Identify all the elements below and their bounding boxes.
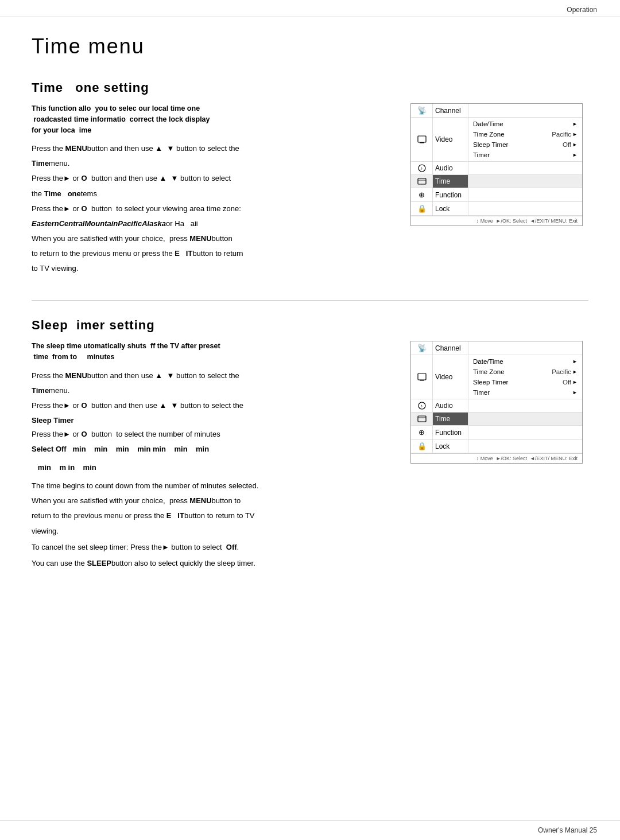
sleep-timer-title: Sleep imer setting: [32, 318, 588, 333]
audio-icon-2: ♪: [411, 399, 433, 412]
section-divider: [32, 300, 588, 301]
menu-display-2: 📡 Channel Video Date/Time: [410, 341, 583, 464]
channel-icon-1: 📡: [411, 104, 433, 117]
menu-row-lock-2: 🔒 Lock: [411, 440, 582, 453]
svg-rect-0: [418, 136, 426, 142]
audio-label-1: Audio: [433, 162, 468, 174]
sleep-timer-layout: The sleep time utomatically shuts ff the…: [32, 341, 588, 572]
lock-content-1: [468, 202, 582, 215]
audio-content-2: [468, 399, 582, 412]
menu-item-timezone-1: Time Zone Pacific ►: [471, 129, 580, 139]
menu-row-channel-2: 📡 Channel: [411, 341, 582, 355]
time-content-2: [468, 413, 582, 425]
tz-p3: Press the► or O button and then use ▲ ▼ …: [32, 172, 393, 185]
audio-label-2: Audio: [433, 399, 468, 412]
sleep-timer-intro: The sleep time utomatically shuts ff the…: [32, 341, 393, 363]
channel-label-2: Channel: [433, 341, 468, 355]
menu-item-sleep-2: Sleep Timer Off ►: [471, 377, 580, 387]
time-label-1: Time: [433, 175, 468, 188]
menu-row-lock-1: 🔒 Lock: [411, 202, 582, 216]
lock-icon-2: 🔒: [411, 440, 433, 453]
tz-p8: to TV viewing.: [32, 262, 393, 275]
st-p5: The time begins to count down from the n…: [32, 480, 393, 492]
menu-row-function-2: ⊕ Function: [411, 426, 582, 440]
menu-box-2: 📡 Channel Video Date/Time: [410, 341, 588, 464]
sleep-timer-section: Sleep imer setting The sleep time utomat…: [32, 318, 588, 572]
page-title: Time menu: [32, 34, 588, 63]
lock-label-1: Lock: [433, 202, 468, 215]
st-minutes: Select Off min min min min min min min: [32, 443, 393, 456]
st-p7: return to the previous menu or press the…: [32, 510, 393, 522]
tz-p2: Timemenu.: [32, 157, 393, 170]
menu-row-video-2: Video Date/Time ► Time Zone Pacific ►: [411, 355, 582, 399]
channel-label-1: Channel: [433, 104, 468, 117]
menu-row-time-2: Time: [411, 413, 582, 426]
lock-label-2: Lock: [433, 440, 468, 453]
svg-rect-10: [418, 416, 426, 422]
svg-text:♪: ♪: [420, 403, 423, 409]
st-p4: Press the► or O button to select the num…: [32, 428, 393, 441]
video-label-2: Video: [433, 355, 468, 399]
menu-row-audio-1: ♪ Audio: [411, 162, 582, 175]
st-p2: Timemenu.: [32, 384, 393, 397]
time-icon-2: [411, 413, 433, 425]
time-zone-title: Time one setting: [32, 80, 588, 95]
menu-row-time-1: Time: [411, 175, 582, 188]
channel-icon-2: 📡: [411, 341, 433, 355]
function-label-1: Function: [433, 188, 468, 201]
menu-footer-1: ↕ Move ►/OK: Select ◄/EXIT/ MENU: Exit: [411, 216, 582, 225]
time-zone-intro: This function allo you to selec our loca…: [32, 103, 393, 135]
st-p9: To cancel the set sleep timer: Press the…: [32, 541, 393, 554]
tz-p7: to return to the previous menu or press …: [32, 247, 393, 260]
menu-item-timer-1: Timer ►: [471, 150, 580, 160]
video-content-2: Date/Time ► Time Zone Pacific ► Sleep Ti…: [468, 355, 582, 399]
menu-footer-2: ↕ Move ►/OK: Select ◄/EXIT/ MENU: Exit: [411, 453, 582, 463]
tz-p5: Press the► or O button to select your vi…: [32, 203, 393, 215]
menu-item-timer-2: Timer ►: [471, 387, 580, 398]
video-icon-2: [411, 355, 433, 399]
tz-zones: EasternCentralMountainPacificAlaskaor Ha…: [32, 217, 393, 230]
menu-row-function-1: ⊕ Function: [411, 188, 582, 202]
video-content-1: Date/Time ► Time Zone Pacific ► Sleep Ti…: [468, 118, 582, 161]
time-content-1: [468, 175, 582, 188]
lock-content-2: [468, 440, 582, 453]
video-icon-1: [411, 118, 433, 161]
st-p3: Press the► or O button and then use ▲ ▼ …: [32, 399, 393, 412]
svg-rect-1: [420, 142, 424, 143]
svg-rect-4: [418, 178, 426, 184]
svg-rect-7: [420, 380, 424, 381]
time-label-2: Time: [433, 413, 468, 425]
svg-text:♪: ♪: [420, 166, 423, 171]
lock-icon-1: 🔒: [411, 202, 433, 215]
menu-row-audio-2: ♪ Audio: [411, 399, 582, 413]
menu-box-1: 📡 Channel Video Date/Time: [410, 103, 588, 226]
sleep-timer-text: The sleep time utomatically shuts ff the…: [32, 341, 393, 572]
tz-p1: Press the MENUbutton and then use ▲ ▼ bu…: [32, 142, 393, 155]
st-label: Sleep Timer: [32, 414, 393, 427]
page-content: Time menu Time one setting This function…: [0, 17, 620, 612]
st-p1: Press the MENUbutton and then use ▲ ▼ bu…: [32, 370, 393, 382]
audio-icon-1: ♪: [411, 162, 433, 174]
menu-row-channel-1: 📡 Channel: [411, 104, 582, 118]
function-label-2: Function: [433, 426, 468, 439]
header-bar: Operation: [0, 0, 620, 17]
function-icon-1: ⊕: [411, 188, 433, 201]
st-p6: When you are satisfied with your choice,…: [32, 495, 393, 507]
tz-p4: the Time onetems: [32, 188, 393, 200]
tz-p6: When you are satisfied with your choice,…: [32, 232, 393, 245]
menu-item-timezone-2: Time Zone Pacific ►: [471, 367, 580, 377]
menu-item-datetime-2: Date/Time ►: [471, 356, 580, 367]
time-zone-section: Time one setting This function allo you …: [32, 80, 588, 277]
time-icon-1: [411, 175, 433, 188]
menu-row-video-1: Video Date/Time ► Time Zone Pacific ►: [411, 118, 582, 162]
time-zone-text: This function allo you to selec our loca…: [32, 103, 393, 277]
svg-rect-6: [418, 374, 426, 380]
header-label: Operation: [567, 6, 597, 14]
menu-item-datetime-1: Date/Time ►: [471, 119, 580, 129]
st-minutes2: min m in min: [32, 461, 393, 474]
st-p10: You can use the SLEEPbutton also to sele…: [32, 557, 393, 570]
function-content-2: [468, 426, 582, 439]
channel-content-2: [468, 341, 582, 355]
function-content-1: [468, 188, 582, 201]
footer-bar: Owner's Manual 25: [0, 820, 620, 840]
